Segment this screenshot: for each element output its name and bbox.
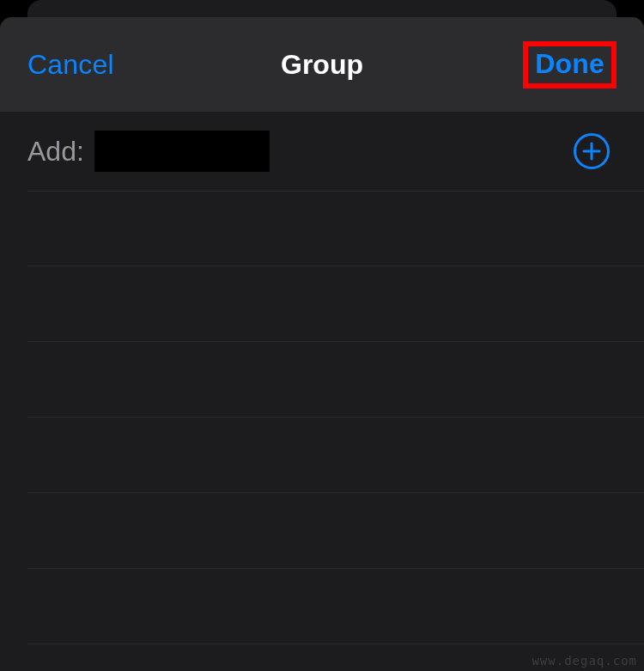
list-item[interactable] bbox=[27, 493, 644, 569]
done-button-highlight: Done bbox=[523, 41, 617, 88]
navigation-bar: Cancel Group Done bbox=[0, 17, 644, 112]
list-item[interactable] bbox=[27, 569, 644, 644]
list-item[interactable] bbox=[27, 191, 644, 266]
list-item[interactable] bbox=[27, 266, 644, 342]
page-title: Group bbox=[281, 49, 363, 81]
plus-icon bbox=[582, 142, 601, 161]
members-list bbox=[0, 191, 644, 644]
add-contact-row: Add: bbox=[0, 112, 644, 191]
list-item[interactable] bbox=[27, 418, 644, 493]
add-contact-button[interactable] bbox=[574, 133, 610, 169]
modal-sheet: Cancel Group Done Add: bbox=[0, 17, 644, 671]
done-button[interactable]: Done bbox=[535, 48, 605, 79]
list-item[interactable] bbox=[27, 342, 644, 418]
cancel-button[interactable]: Cancel bbox=[27, 49, 114, 81]
add-input[interactable] bbox=[94, 131, 270, 172]
add-label: Add: bbox=[27, 136, 84, 168]
watermark-text: www.degaq.com bbox=[532, 654, 637, 668]
